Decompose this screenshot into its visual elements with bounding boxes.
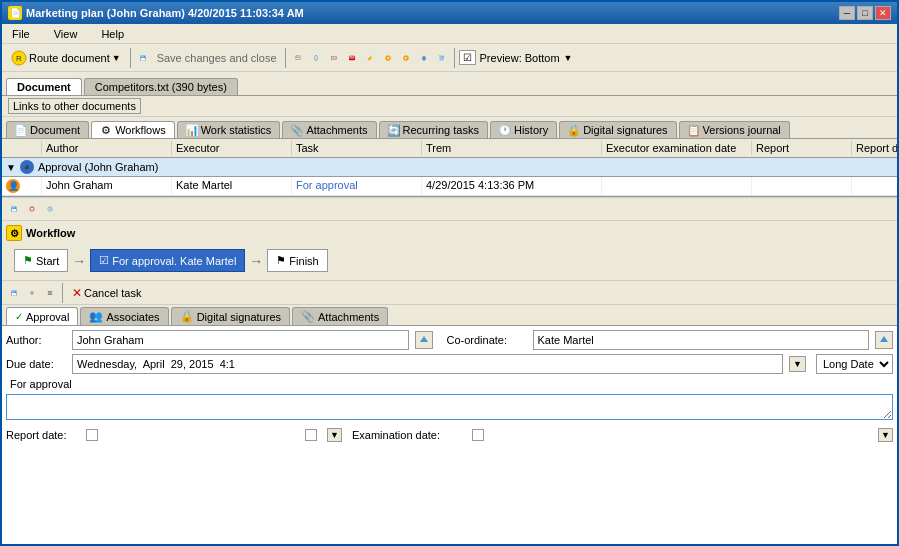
task-text-row: For approval: [6, 378, 893, 390]
tab-recurring-tasks[interactable]: 🔄 Recurring tasks: [379, 121, 488, 138]
tab-history[interactable]: 🕐 History: [490, 121, 557, 138]
minimize-button[interactable]: ─: [839, 6, 855, 20]
document-tab-icon: 📄: [15, 124, 27, 136]
close-button[interactable]: ✕: [875, 6, 891, 20]
attachments-tab-icon: 📎: [291, 124, 303, 136]
scan-button[interactable]: [326, 50, 342, 66]
svg-rect-27: [12, 290, 15, 292]
menu-help[interactable]: Help: [97, 27, 128, 41]
cancel-task-button[interactable]: ✕ Cancel task: [67, 283, 146, 303]
save-changes-button[interactable]: Save changes and close: [153, 52, 281, 64]
links-to-other-docs-button[interactable]: Links to other documents: [8, 98, 141, 114]
svg-rect-5: [295, 55, 299, 58]
coordinate-input[interactable]: [533, 330, 870, 350]
flow-start-label: Start: [36, 255, 59, 267]
versions-tab-icon: 📋: [688, 124, 700, 136]
svg-marker-17: [421, 55, 425, 59]
exam-date-checkbox[interactable]: [472, 429, 484, 441]
edit-button[interactable]: [362, 50, 378, 66]
col-header-author: Author: [42, 141, 172, 155]
menu-view[interactable]: View: [50, 27, 82, 41]
arrow-left-button[interactable]: [380, 50, 396, 66]
tab-versions-journal-label: Versions journal: [703, 124, 781, 136]
report-date-checkbox[interactable]: [86, 429, 98, 441]
route-dropdown-icon[interactable]: ▼: [112, 53, 121, 63]
grid-header: Author Executor Task Trem Executor exami…: [2, 139, 897, 158]
document-tabs: Document Competitors.txt (390 bytes): [2, 72, 897, 96]
work-stats-tab-icon: 📊: [186, 124, 198, 136]
menu-bar: File View Help: [2, 24, 897, 44]
preview-dropdown[interactable]: ▼: [564, 53, 573, 63]
due-date-row: Due date: ▼ Long Date: [6, 354, 893, 374]
btab-associates-label: Associates: [106, 311, 159, 323]
col-header-task: Task: [292, 141, 422, 155]
coordinate-pick-button[interactable]: [875, 331, 893, 349]
dropdown-small[interactable]: ▼: [327, 428, 342, 442]
tab-attachments[interactable]: 📎 Attachments: [282, 121, 376, 138]
options-button[interactable]: [42, 285, 58, 301]
tab-attachments-label: Attachments: [306, 124, 367, 136]
maximize-button[interactable]: □: [857, 6, 873, 20]
workflow-title: ⚙ Workflow: [6, 225, 893, 241]
btab-approval[interactable]: ✓ Approval: [6, 307, 78, 325]
date-format-select[interactable]: Long Date: [816, 354, 893, 374]
pdf-button[interactable]: PDF: [344, 50, 360, 66]
tab-document[interactable]: 📄 Document: [6, 121, 89, 138]
author-input[interactable]: [72, 330, 409, 350]
col-header-empty: [2, 141, 42, 155]
btab-associates[interactable]: 👥 Associates: [80, 307, 168, 325]
tab-versions-journal[interactable]: 📋 Versions journal: [679, 121, 790, 138]
preview-checkbox[interactable]: ☑: [459, 50, 476, 65]
task-input[interactable]: [6, 394, 893, 420]
doc-tab-document[interactable]: Document: [6, 78, 82, 95]
workflow-toolbar: [2, 197, 897, 221]
flow-task-label: For approval. Kate Martel: [112, 255, 236, 267]
report-date-checkbox-2-check[interactable]: [305, 429, 317, 441]
author-pick-button[interactable]: [415, 331, 433, 349]
home-button[interactable]: [416, 50, 432, 66]
flow-finish: ⚑ Finish: [267, 249, 327, 272]
save-button-3[interactable]: [6, 285, 22, 301]
author-row: Author: Co-ordinate:: [6, 330, 893, 350]
workflow-section: ⚙ Workflow ⚑ Start → ☑ For approval. Kat…: [2, 221, 897, 281]
grid-container: Author Executor Task Trem Executor exami…: [2, 139, 897, 197]
svg-rect-32: [48, 292, 52, 293]
menu-file[interactable]: File: [8, 27, 34, 41]
save-button-2[interactable]: [6, 201, 22, 217]
row-task: For approval: [292, 177, 422, 195]
title-bar: 📄 Marketing plan (John Graham) 4/20/2015…: [2, 2, 897, 24]
dropdown-small-2[interactable]: ▼: [878, 428, 893, 442]
svg-rect-28: [12, 293, 16, 296]
print-preview-button[interactable]: [290, 50, 306, 66]
tab-workflows[interactable]: ⚙ Workflows: [91, 121, 175, 138]
svg-rect-4: [140, 58, 144, 61]
row-icon-cell: 👤: [2, 177, 42, 195]
export-button[interactable]: [434, 50, 450, 66]
attachment-button[interactable]: [308, 50, 324, 66]
arrow-right-button[interactable]: [398, 50, 414, 66]
exam-date-label: Examination date:: [352, 429, 462, 441]
btab-digital-signatures[interactable]: 🔒 Digital signatures: [171, 307, 290, 325]
history-button[interactable]: [42, 201, 58, 217]
window-controls: ─ □ ✕: [839, 6, 891, 20]
route-document-button[interactable]: R Route document ▼: [6, 47, 126, 69]
doc-tab-competitors[interactable]: Competitors.txt (390 bytes): [84, 78, 238, 95]
save-disk-button[interactable]: [135, 50, 151, 66]
date-dropdown-icon[interactable]: ▼: [789, 356, 806, 372]
row-author: John Graham: [42, 177, 172, 195]
route-label: Route document: [29, 52, 110, 64]
configure-button[interactable]: [24, 285, 40, 301]
btab-attachments[interactable]: 📎 Attachments: [292, 307, 388, 325]
group-collapse-icon[interactable]: ▼: [6, 162, 16, 173]
refresh-button[interactable]: [24, 201, 40, 217]
workflow-icon: ⚙: [6, 225, 22, 241]
user-icon: 👤: [6, 179, 20, 193]
flow-arrow-2: →: [249, 253, 263, 269]
due-date-input[interactable]: [72, 354, 783, 374]
tab-workflows-label: Workflows: [115, 124, 166, 136]
table-row[interactable]: 👤 John Graham Kate Martel For approval 4…: [2, 177, 897, 196]
flow-arrow-1: →: [72, 253, 86, 269]
tab-digital-signatures[interactable]: 🔒 Digital signatures: [559, 121, 676, 138]
flow-task[interactable]: ☑ For approval. Kate Martel: [90, 249, 245, 272]
tab-work-statistics[interactable]: 📊 Work statistics: [177, 121, 281, 138]
